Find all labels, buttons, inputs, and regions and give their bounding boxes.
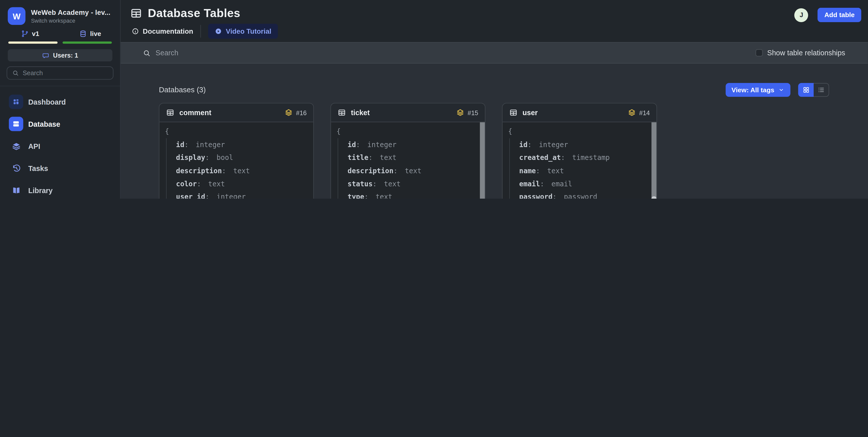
search-icon (12, 70, 19, 76)
table-icon (130, 7, 142, 20)
grid-view-icon (802, 86, 810, 94)
table-name: comment (179, 108, 211, 117)
table-schema: {id:integercreated_at:timestampname:text… (503, 122, 657, 199)
tab-documentation[interactable]: Documentation (132, 27, 193, 35)
workspace-subtitle: Switch workspace (31, 18, 111, 23)
stack-icon (627, 108, 636, 117)
schema-field: id:integer (348, 138, 478, 151)
database-cylinder-icon (79, 30, 87, 38)
add-table-button[interactable]: Add table (818, 8, 861, 22)
schema-open-brace: { (337, 125, 478, 138)
live-indicator-bar (63, 41, 112, 44)
schema-field: display:bool (176, 151, 307, 164)
schema-field: user_id:integer (176, 191, 307, 199)
relationships-checkbox[interactable] (755, 49, 763, 57)
sidebar-item-dashboard[interactable]: Dashboard (0, 91, 120, 113)
users-button[interactable]: Users: 1 (8, 49, 113, 61)
card-scrollbar-track[interactable] (480, 122, 485, 199)
branch-indicator-bar (8, 41, 58, 44)
book-icon (9, 183, 23, 197)
table-card-header: ticket #15 (331, 103, 485, 122)
server-icon (9, 117, 23, 131)
relationships-label: Show table relationships (767, 49, 845, 57)
view-tags-button[interactable]: View: All tags (725, 83, 790, 97)
table-card-header: user #14 (503, 103, 657, 122)
tab-separator (200, 25, 201, 38)
sidebar-item-label: Tasks (28, 164, 48, 172)
stack-icon (456, 108, 464, 117)
stack-icon (284, 108, 292, 117)
table-card-ticket[interactable]: ticket #15 {id:integertitle:textdescript… (330, 103, 485, 199)
grid-view-button[interactable] (798, 83, 814, 97)
table-cards: comment #16 {id:integerdisplay:booldescr… (159, 103, 657, 199)
schema-field: email:email (519, 177, 650, 191)
tab-video-tutorial[interactable]: Video Tutorial (208, 24, 278, 39)
environment-bars (0, 41, 120, 44)
schema-field: type:text (348, 191, 478, 199)
schema-open-brace: { (508, 125, 650, 138)
branch-selector[interactable]: v1 (0, 30, 60, 38)
table-card-header: comment #16 (159, 103, 313, 122)
table-icon (338, 108, 346, 117)
chat-icon (42, 52, 49, 59)
table-id-badge: #15 (468, 109, 478, 116)
card-scrollbar-track[interactable] (651, 122, 656, 199)
sidebar-item-label: Library (28, 186, 53, 194)
table-card-comment[interactable]: comment #16 {id:integerdisplay:booldescr… (159, 103, 314, 199)
page-header: Database Tables Documentation Video Tuto… (121, 0, 868, 42)
schema-field: password:password (519, 191, 650, 199)
history-icon (9, 161, 23, 175)
schema-field: status:text (348, 177, 478, 191)
sidebar-item-library[interactable]: Library (0, 179, 120, 199)
list-view-icon (817, 86, 825, 94)
schema-field: id:integer (519, 138, 650, 151)
sidebar-item-label: Dashboard (28, 98, 66, 106)
avatar[interactable]: J (795, 8, 808, 22)
search-icon (143, 49, 151, 57)
card-scrollbar-thumb[interactable] (651, 196, 656, 199)
table-id-badge: #16 (296, 109, 307, 116)
content-area: Databases (3) View: All tags (121, 64, 868, 199)
sidebar-search[interactable] (6, 66, 114, 80)
main-area: Database Tables Documentation Video Tuto… (121, 0, 868, 199)
schema-open-brace: { (165, 125, 307, 138)
sidebar-item-tasks[interactable]: Tasks (0, 157, 120, 179)
chevron-down-icon (778, 87, 784, 93)
page-title: Database Tables (148, 6, 240, 20)
schema-field: description:text (348, 164, 478, 177)
table-name: ticket (351, 108, 370, 117)
table-schema: {id:integertitle:textdescription:textsta… (331, 122, 485, 199)
sidebar-item-label: API (28, 142, 40, 150)
sidebar: W WeWeb Academy - lev... Switch workspac… (0, 0, 121, 199)
environment-selector[interactable]: live (60, 30, 120, 38)
table-id-badge: #14 (639, 109, 650, 116)
sidebar-item-database[interactable]: Database (0, 113, 120, 135)
table-icon (509, 108, 518, 117)
sidebar-nav: Dashboard Database API Tasks Library Mar… (0, 86, 120, 199)
sidebar-search-input[interactable] (23, 70, 108, 76)
table-icon (166, 108, 174, 117)
list-view-button[interactable] (814, 83, 829, 97)
header-tabs: Documentation Video Tutorial (132, 24, 868, 39)
schema-field: created_at:timestamp (519, 151, 650, 164)
environment-label: live (90, 30, 101, 38)
table-card-user[interactable]: user #14 {id:integercreated_at:timestamp… (502, 103, 657, 199)
schema-field: color:text (176, 177, 307, 191)
api-layers-icon (9, 139, 23, 153)
tab-label: Documentation (143, 27, 193, 35)
show-relationships-toggle[interactable]: Show table relationships (755, 49, 845, 57)
view-mode-toggle (798, 83, 829, 97)
info-icon (132, 28, 139, 35)
sidebar-item-api[interactable]: API (0, 135, 120, 157)
schema-field: name:text (519, 164, 650, 177)
table-search-input[interactable] (155, 49, 755, 57)
schema-field: title:text (348, 151, 478, 164)
workspace-switcher[interactable]: W WeWeb Academy - lev... Switch workspac… (0, 0, 120, 26)
sidebar-item-label: Database (28, 120, 60, 128)
tab-label: Video Tutorial (226, 27, 272, 35)
git-branch-icon (21, 30, 29, 38)
workspace-name: WeWeb Academy - lev... (31, 8, 111, 16)
branch-label: v1 (32, 30, 39, 38)
table-schema: {id:integerdisplay:booldescription:textc… (159, 122, 313, 199)
schema-field: id:integer (176, 138, 307, 151)
